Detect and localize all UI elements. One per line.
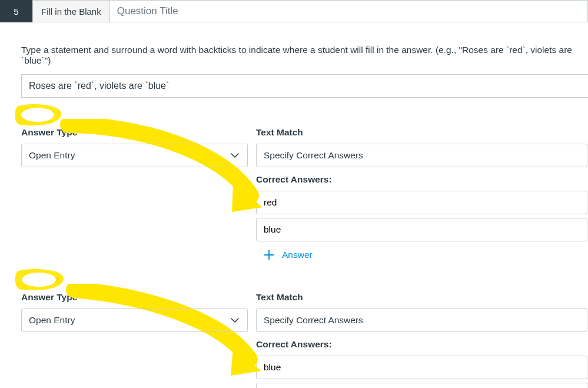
blank-word: red [40, 110, 55, 120]
correct-answer-input[interactable] [256, 218, 587, 241]
blank-word: blue [40, 274, 59, 285]
text-match-label: Text Match [256, 292, 587, 303]
answer-type-label: Answer Type [21, 127, 256, 138]
correct-answer-input[interactable] [256, 356, 587, 379]
correct-answer-input[interactable] [256, 191, 587, 214]
chevron-down-icon [231, 151, 239, 160]
question-number: 5 [0, 0, 32, 22]
text-match-value: Specify Correct Answers [264, 315, 363, 326]
correct-answer-input[interactable] [256, 383, 587, 388]
chevron-down-icon [231, 316, 239, 324]
text-match-select[interactable]: Specify Correct Answers [256, 309, 587, 332]
blank-section-2: 2 blue Answer Type Open Entry Text Match [21, 273, 588, 388]
blank-section-1: 1 red Answer Type Open Entry Text Match [21, 108, 588, 265]
correct-answers-label: Correct Answers: [256, 174, 587, 185]
text-match-value: Specify Correct Answers [264, 150, 363, 161]
add-answer-button[interactable]: Answer [256, 245, 587, 265]
text-match-select[interactable]: Specify Correct Answers [256, 144, 587, 167]
instruction-text: Type a statement and surround a word wit… [21, 45, 588, 66]
answer-type-value: Open Entry [29, 315, 75, 326]
question-header: 5 Fill in the Blank [0, 0, 588, 22]
answer-type-select[interactable]: Open Entry [21, 144, 248, 167]
question-type-label[interactable]: Fill in the Blank [32, 0, 109, 22]
blank-index-badge: 2 [21, 273, 34, 286]
add-answer-label: Answer [282, 250, 313, 260]
answer-type-select[interactable]: Open Entry [21, 309, 248, 332]
answer-type-label: Answer Type [21, 292, 256, 303]
plus-icon [264, 250, 274, 260]
correct-answers-label: Correct Answers: [256, 339, 587, 350]
blank-index-badge: 1 [21, 108, 34, 121]
text-match-label: Text Match [256, 127, 587, 138]
statement-input[interactable] [21, 74, 588, 98]
question-title-input[interactable] [109, 0, 588, 22]
answer-type-value: Open Entry [29, 150, 75, 161]
